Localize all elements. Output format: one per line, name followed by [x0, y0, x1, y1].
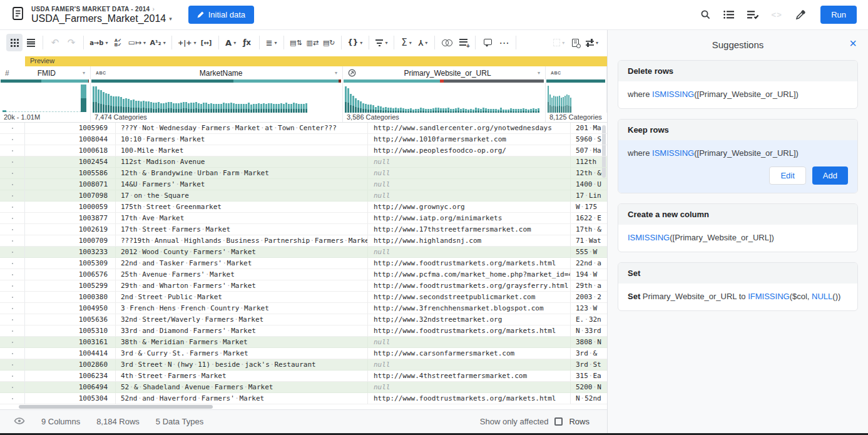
column-menu-icon[interactable]: ▾ [81, 69, 86, 77]
row-gutter[interactable] [0, 145, 25, 156]
column-settings-button[interactable]: ▾ [583, 34, 601, 51]
close-icon[interactable]: × [849, 37, 857, 49]
row-gutter[interactable] [0, 156, 25, 168]
histogram-fmid[interactable] [0, 83, 91, 113]
row-view-button[interactable] [23, 34, 39, 51]
table-row[interactable]: 1000059175th·Street·Greenmarkethttp;//ww… [0, 202, 607, 213]
url-cell[interactable]: http://www.carsonfarmersmarket.com [368, 348, 571, 359]
table-row[interactable]: 1005969???Y·Not·Wednesday·Farmers·Market… [0, 123, 607, 134]
fmid-cell[interactable]: 1005309 [25, 258, 116, 269]
table-row[interactable]: 10044143rd·&·Curry·St.·Farmers·Markethtt… [0, 348, 607, 359]
table-row[interactable]: 1002454112st·Madison·Avenuenull112th [0, 156, 607, 168]
marketname-cell[interactable]: 112st·Madison·Avenue [116, 156, 368, 168]
marketname-cell[interactable]: 29th·and·Wharton·Farmers'·Market [116, 280, 368, 292]
eye-icon[interactable] [14, 417, 25, 427]
fmid-cell[interactable]: 1003877 [25, 213, 116, 224]
row-gutter[interactable] [0, 292, 25, 303]
street-cell[interactable]: 2003·2 [571, 292, 607, 303]
url-cell[interactable]: http;//www.32ndstreetmarket.org [368, 314, 571, 325]
fmid-cell[interactable]: 1006494 [25, 382, 116, 393]
horizontal-scrollbar[interactable] [19, 405, 213, 409]
breadcrumb[interactable]: USDA FAMER'S MARKET DATA - 2014› [31, 6, 172, 13]
marketname-cell[interactable]: 4th·Street·Farmers·Market [116, 371, 368, 382]
table-row[interactable]: 1000709???19th·Annual·Highlands·Business… [0, 235, 607, 247]
column-menu-icon[interactable]: ▾ [536, 69, 541, 77]
street-cell[interactable]: N·52nd [571, 393, 607, 404]
row-gutter[interactable] [0, 337, 25, 348]
street-cell[interactable]: 17th·& [571, 224, 607, 235]
url-cell[interactable]: http;//www.grownyc.org [368, 202, 571, 213]
join-button[interactable]: Y▾ [414, 34, 431, 51]
street-cell[interactable]: 112th [571, 156, 607, 168]
transpose-button[interactable]: ▥⇄ [304, 34, 320, 51]
row-gutter[interactable] [0, 303, 25, 314]
row-gutter[interactable] [0, 325, 25, 337]
url-cell[interactable]: http://www.secondstreetpublicmarket.com [368, 292, 571, 303]
fmid-cell[interactable]: 1004414 [25, 348, 116, 359]
url-cell[interactable]: null [368, 359, 571, 371]
recipe-steps-icon[interactable] [722, 8, 737, 23]
url-cell[interactable]: http://www.foodtrustmarkets.org/graysfer… [368, 280, 571, 292]
marketname-cell[interactable]: 17th·Street·Farmers·Market [116, 224, 368, 235]
filter-button[interactable]: ▾ [373, 34, 391, 51]
row-gutter[interactable] [0, 280, 25, 292]
marketname-cell[interactable]: 3rd·&·Curry·St.·Farmers·Market [116, 348, 368, 359]
fmid-cell[interactable]: 1000709 [25, 235, 116, 247]
table-row[interactable]: 100316138th·&·Meridian·Farmers·Marketnul… [0, 337, 607, 348]
marketname-cell[interactable]: 52nd·and·Haverford·Farmers'·Market [116, 393, 368, 404]
table-row[interactable]: 100563632nd·Street/Waverly·Farmers·Marke… [0, 314, 607, 325]
fmid-cell[interactable]: 1002860 [25, 359, 116, 371]
row-gutter[interactable] [0, 258, 25, 269]
marketname-cell[interactable]: 2nd·Street·Public·Market [116, 292, 368, 303]
fmid-cell[interactable]: 1005310 [25, 325, 116, 337]
table-row[interactable]: 100387717th·Ave·Markethttp://www.iatp.or… [0, 213, 607, 224]
marketname-cell[interactable]: 32nd·Street/Waverly·Farmers·Market [116, 314, 368, 325]
street-cell[interactable]: 5200·N [571, 382, 607, 393]
url-cell[interactable]: http://www.sandlercenter.org/ynotwednesd… [368, 123, 571, 134]
street-cell[interactable]: 71·Wat [571, 235, 607, 247]
street-cell[interactable]: 1400·U [571, 179, 607, 190]
url-cell[interactable]: http://www.foodtrustmarkets.org/markets.… [368, 325, 571, 337]
url-cell[interactable]: http://www.3frenchhensmarket.blogspot.co… [368, 303, 571, 314]
marketname-cell[interactable]: 2012·Wood·County·Farmers'·Market [116, 247, 368, 258]
union-button[interactable] [439, 34, 455, 51]
table-row[interactable]: 100804410:10·Farmers·Markethttp;//www.10… [0, 134, 607, 145]
redo-button[interactable]: ↷ [63, 34, 79, 51]
street-cell[interactable]: 3rd·& [571, 348, 607, 359]
url-cell[interactable]: http://www.iatp.org/minimarkets [368, 213, 571, 224]
suggestion-card-set[interactable]: SetSet Primary_Website_or_URL to IFMISSI… [618, 262, 858, 311]
row-gutter[interactable] [0, 179, 25, 190]
column-header-column-4[interactable]: ABC [546, 66, 607, 83]
url-cell[interactable]: http;//www.1010farmersmarket.com [368, 134, 571, 145]
street-cell[interactable]: 315·Ea [571, 371, 607, 382]
add-button[interactable]: Add [812, 166, 848, 185]
row-gutter[interactable] [0, 224, 25, 235]
fmid-cell[interactable]: 1005299 [25, 280, 116, 292]
suggestion-card-keep-rows[interactable]: Keep rowswhere ISMISSING([Primary_Websit… [618, 119, 858, 193]
fmid-cell[interactable]: 1002619 [25, 224, 116, 235]
table-row[interactable]: 10028603rd·Street·N·(hwy·11)·beside·jack… [0, 359, 607, 371]
url-cell[interactable]: http://www.pcfma.com/market_home.php?mar… [368, 269, 571, 280]
street-cell[interactable]: W·175 [571, 202, 607, 213]
multiselect-button[interactable]: ▾ [551, 34, 567, 51]
marketname-cell[interactable]: 52·&·Shadeland·Avenue·Farmers·Market [116, 382, 368, 393]
table-row[interactable]: 10003802nd·Street·Public·Markethttp://ww… [0, 292, 607, 303]
row-gutter[interactable] [0, 371, 25, 382]
fmid-cell[interactable]: 1000380 [25, 292, 116, 303]
row-gutter[interactable] [0, 190, 25, 202]
checklist-icon[interactable] [745, 8, 760, 23]
marketname-cell[interactable]: 175th·Street·Greenmarket [116, 202, 368, 213]
run-button[interactable]: Run [820, 6, 857, 24]
unpivot-button[interactable]: ▤⇅ [288, 34, 304, 51]
street-cell[interactable]: 12th·& [571, 168, 607, 179]
marketname-cell[interactable]: ???Y·Not·Wednesday·Farmers·Market·at·Tow… [116, 123, 368, 134]
url-cell[interactable]: http;//www.highlandsnj.com [368, 235, 571, 247]
row-gutter[interactable] [0, 393, 25, 404]
street-cell[interactable]: 5960·S [571, 134, 607, 145]
row-gutter[interactable] [0, 202, 25, 213]
marketname-cell[interactable]: 38th·&·Meridian·Farmers·Market [116, 337, 368, 348]
table-row[interactable]: 100649452·&·Shadeland·Avenue·Farmers·Mar… [0, 382, 607, 393]
code-view-icon[interactable]: <> [769, 8, 784, 23]
column-menu-icon[interactable]: ▾ [334, 69, 339, 77]
table-row[interactable]: 100530922nd·and·Tasker·Farmers'·Marketht… [0, 258, 607, 269]
